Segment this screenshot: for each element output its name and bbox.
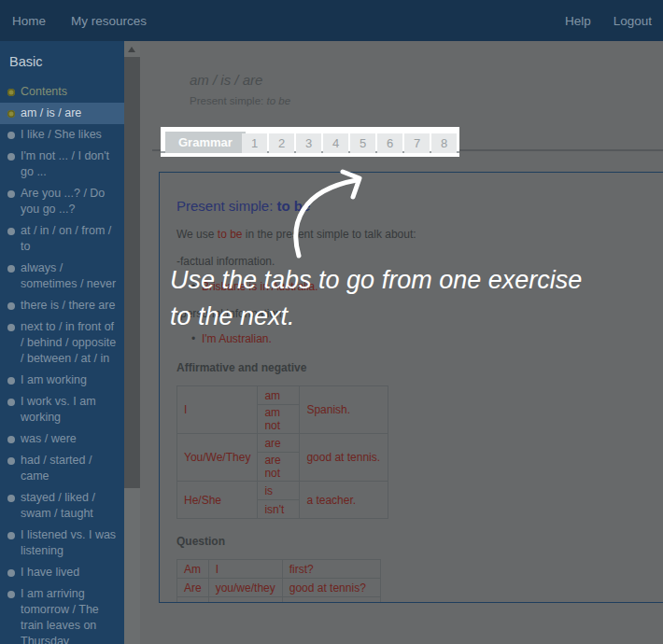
tab-grammar[interactable]: Grammar (165, 132, 246, 153)
question-cell: a teacher? (282, 597, 380, 604)
sidebar-item-label: I'm not ... / I don't go ... (21, 149, 109, 178)
sidebar-item-label: I am working (21, 373, 87, 386)
sidebar-item[interactable]: at / in / on / from / to (0, 220, 124, 258)
bullet-icon (7, 302, 15, 310)
sidebar-item-label: I am arriving tomorrow / The train leave… (21, 587, 99, 644)
sidebar-item[interactable]: always / sometimes / never (0, 258, 124, 295)
lesson-example-personal-text: I'm Australian. (202, 332, 272, 345)
nav-logout[interactable]: Logout (614, 14, 652, 28)
sidebar-item-label: Contents (21, 85, 67, 98)
cell-negative: am not (258, 405, 300, 434)
tutorial-spotlight: Grammar 12345678 (161, 127, 459, 157)
sidebar-item[interactable]: had / started / came (0, 450, 124, 487)
sidebar-item[interactable]: I am working (0, 370, 124, 391)
sidebar-item-label: am / is / are (21, 106, 81, 119)
triangle-up-icon (128, 47, 135, 52)
lesson-intro-post: in the present simple to talk about: (243, 228, 416, 241)
sidebar-item-label: stayed / liked / swam / taught (21, 491, 95, 520)
tab-exercise-8[interactable]: 8 (431, 133, 457, 153)
bullet-icon (7, 591, 15, 598)
scrollbar-thumb[interactable] (124, 57, 140, 488)
sidebar-item-label: Are you ...? / Do you go ...? (21, 187, 105, 216)
sidebar-item-label: always / sometimes / never (21, 261, 116, 290)
lesson-panel: Present simple: to be We use to be in th… (159, 172, 663, 603)
nav-help[interactable]: Help (565, 14, 591, 28)
sidebar-item-label: next to / in front of / behind / opposit… (21, 320, 116, 365)
cell-complement: good at tennis. (300, 434, 388, 482)
sidebar-item[interactable]: I have lived (0, 562, 124, 583)
navbar-right-group: Help Logout (565, 14, 652, 28)
tab-exercise-5[interactable]: 5 (350, 133, 375, 153)
sidebar-item[interactable]: I listened vs. I was listening (0, 525, 124, 562)
sidebar-item-label: at / in / on / from / to (21, 224, 111, 253)
sidebar-item[interactable]: was / were (0, 428, 124, 450)
scrollbar-up-button[interactable] (124, 41, 140, 57)
tab-exercise-1[interactable]: 1 (242, 133, 267, 153)
tab-exercise-7[interactable]: 7 (404, 133, 430, 153)
sidebar: Basic Contentsam / is / areI like / She … (0, 41, 124, 644)
sidebar-scrollbar[interactable] (124, 41, 140, 644)
lesson-example-factual-text: Brisbane is in Australia. (202, 280, 318, 293)
tab-exercise-6[interactable]: 6 (377, 133, 402, 153)
table1-title: Affirmative and negative (176, 361, 653, 374)
bullet-icon (7, 399, 15, 406)
question-cell: you/we/they (208, 579, 282, 597)
page: Home My resources Help Logout Basic Cont… (0, 0, 663, 644)
cell-affirmative: is (258, 482, 300, 500)
sidebar-item[interactable]: next to / in front of / behind / opposit… (0, 316, 124, 370)
bullet-icon (7, 265, 15, 273)
lesson-point-personal: -personal information. (176, 307, 653, 320)
bullet-icon: • (191, 280, 202, 293)
unit-subtitle-prefix: Present simple: (190, 95, 266, 106)
sidebar-item[interactable]: I like / She likes (0, 124, 124, 146)
lesson-example-personal: • I'm Australian. (176, 332, 653, 345)
cell-subject: I (177, 386, 258, 434)
sidebar-item[interactable]: stayed / liked / swam / taught (0, 487, 124, 525)
lesson-intro: We use to be in the present simple to ta… (176, 228, 653, 241)
cell-complement: a teacher. (300, 482, 388, 519)
sidebar-item-label: I have lived (21, 566, 79, 579)
bullet-icon: • (191, 332, 202, 345)
lesson-heading: Present simple: to be (176, 198, 653, 214)
question-cell: he/she (208, 597, 282, 604)
sidebar-item-label: had / started / came (21, 454, 92, 483)
bullet-icon (7, 569, 15, 577)
unit-subtitle: Present simple: to be (190, 95, 290, 106)
bullet-icon (7, 495, 15, 502)
cell-complement: Spanish. (300, 386, 388, 434)
cell-negative: isn't (258, 500, 300, 519)
nav-home[interactable]: Home (12, 14, 46, 28)
sidebar-item[interactable]: Contents (0, 81, 124, 103)
affirmative-negative-table: IamSpanish.am notYou/We/Theyaregood at t… (176, 385, 388, 519)
lesson-intro-red: to be (218, 228, 243, 241)
question-table: AmIfirst?Areyou/we/theygood at tennis?Is… (176, 559, 381, 603)
cell-negative: are not (258, 453, 300, 482)
question-cell: Are (177, 579, 209, 597)
unit-title: am / is / are (190, 72, 262, 88)
bullet-icon (7, 190, 15, 198)
cell-subject: You/We/They (177, 434, 258, 482)
tab-exercise-3[interactable]: 3 (296, 133, 321, 153)
sidebar-item[interactable]: Are you ...? / Do you go ...? (0, 183, 124, 220)
sidebar-item[interactable]: I work vs. I am working (0, 391, 124, 428)
sidebar-item[interactable]: I'm not ... / I don't go ... (0, 146, 124, 183)
nav-my-resources[interactable]: My resources (71, 14, 147, 28)
table2-title: Question (176, 535, 653, 548)
sidebar-item[interactable]: there is / there are (0, 295, 124, 316)
sidebar-item-label: I work vs. I am working (21, 395, 96, 424)
tab-exercise-2[interactable]: 2 (269, 133, 294, 153)
cell-affirmative: am (258, 386, 300, 405)
question-cell: good at tennis? (282, 579, 380, 597)
bullet-icon (7, 89, 15, 96)
bullet-icon (7, 324, 15, 331)
lesson-intro-pre: We use (176, 228, 218, 241)
bullet-icon (7, 110, 15, 118)
bullet-icon (7, 377, 15, 385)
lesson-heading-prefix: Present simple: (176, 198, 277, 214)
sidebar-item[interactable]: I am arriving tomorrow / The train leave… (0, 583, 124, 644)
bullet-icon (7, 532, 15, 539)
sidebar-item[interactable]: am / is / are (0, 103, 124, 124)
tab-exercise-4[interactable]: 4 (323, 133, 348, 153)
question-cell: Is (177, 597, 209, 604)
navbar-left-group: Home My resources (12, 14, 147, 28)
